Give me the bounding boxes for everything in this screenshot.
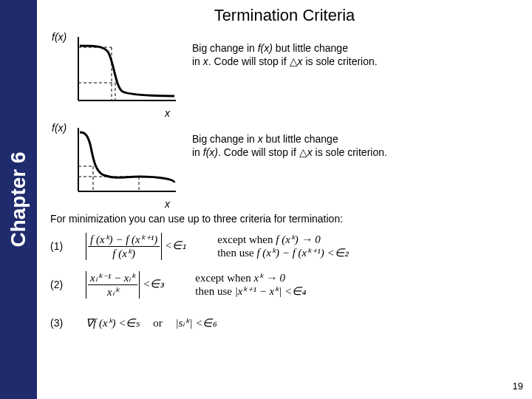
txt: f(x) [203, 146, 218, 158]
graph2-plot [50, 122, 183, 200]
body-text: For minimization you can use up to three… [50, 213, 519, 225]
txt: Big change in [192, 42, 258, 54]
graph-2: f(x) x [50, 122, 183, 210]
txt: except when [217, 233, 276, 245]
slide-content: Termination Criteria f(x) x Big change i… [37, 0, 532, 399]
txt: f (xᵏ) [88, 247, 160, 260]
graph2-caption: Big change in x but little change in f(x… [192, 122, 519, 159]
txt: |sᵢᵏ| <∈₆ [175, 317, 216, 329]
crit1-num: (1) [50, 240, 72, 252]
txt: f(x) [258, 42, 273, 54]
crit3-num: (3) [50, 317, 72, 329]
txt: x [298, 55, 303, 67]
txt: is sole criterion. [313, 146, 387, 158]
txt: . Code will stop if △ [218, 146, 307, 158]
txt: or [153, 317, 163, 329]
txt: xᵏ → 0 [253, 272, 285, 284]
txt: is sole criterion. [303, 55, 378, 67]
txt: x [307, 146, 313, 158]
criterion-3: (3) ∇f (xᵏ) <∈₅ or |sᵢᵏ| <∈₆ [50, 309, 519, 337]
txt: in [192, 146, 203, 158]
txt: but little change [273, 42, 348, 54]
txt: <∈₁ [165, 239, 186, 250]
txt: Big change in [192, 133, 258, 145]
criterion-2: (2) xᵢᵏ⁻¹ − xᵢᵏxᵢᵏ <∈₃ except when xᵏ → … [50, 270, 519, 299]
txt: f (xᵏ) → 0 [276, 233, 321, 245]
txt: <∈₃ [143, 277, 164, 289]
txt: xᵢᵏ⁻¹ − xᵢᵏ [88, 271, 137, 285]
graph2-x-label: x [50, 198, 183, 210]
crit2-expr: xᵢᵏ⁻¹ − xᵢᵏxᵢᵏ <∈₃ [86, 271, 164, 299]
txt: x [203, 55, 208, 67]
crit2-cond: except when xᵏ → 0 then use |xᵏ⁺¹ − xᵏ| … [195, 271, 306, 298]
txt: f (xᵏ) − f (xᵏ⁺¹) <∈₂ [256, 247, 348, 259]
txt: ∇f (xᵏ) <∈₅ [86, 317, 140, 329]
graph-row-1: f(x) x Big change in f(x) but little cha… [50, 31, 519, 119]
txt: xᵢᵏ [88, 285, 137, 299]
txt: x [258, 133, 263, 145]
crit2-num: (2) [50, 279, 72, 290]
txt: then use [217, 247, 256, 259]
graph2-fx-label: f(x) [52, 122, 66, 134]
txt: f (xᵏ) − f (xᵏ⁺¹) [88, 233, 160, 247]
crit3-expr: ∇f (xᵏ) <∈₅ or |sᵢᵏ| <∈₆ [86, 316, 216, 330]
crit1-expr: f (xᵏ) − f (xᵏ⁺¹)f (xᵏ) <∈₁ [86, 233, 186, 260]
slide-title: Termination Criteria [50, 6, 519, 25]
graph1-plot [50, 31, 183, 109]
chapter-label: Chapter 6 [7, 151, 30, 247]
txt: except when [195, 272, 253, 284]
page-number: 19 [513, 381, 523, 392]
graph1-x-label: x [50, 107, 183, 119]
txt: in [192, 55, 203, 67]
sidebar: Chapter 6 [0, 0, 37, 399]
graph-row-2: f(x) x Big change in x but little change… [50, 122, 519, 210]
txt: . Code will stop if △ [208, 55, 298, 67]
txt: |xᵏ⁺¹ − xᵏ| <∈₄ [235, 285, 307, 297]
txt: then use [195, 285, 234, 297]
crit1-cond: except when f (xᵏ) → 0 then use f (xᵏ) −… [217, 233, 348, 259]
txt: but little change [263, 133, 338, 145]
criterion-1: (1) f (xᵏ) − f (xᵏ⁺¹)f (xᵏ) <∈₁ except w… [50, 232, 519, 260]
graph1-fx-label: f(x) [52, 31, 66, 43]
graph1-caption: Big change in f(x) but little change in … [192, 31, 519, 68]
graph-1: f(x) x [50, 31, 183, 119]
